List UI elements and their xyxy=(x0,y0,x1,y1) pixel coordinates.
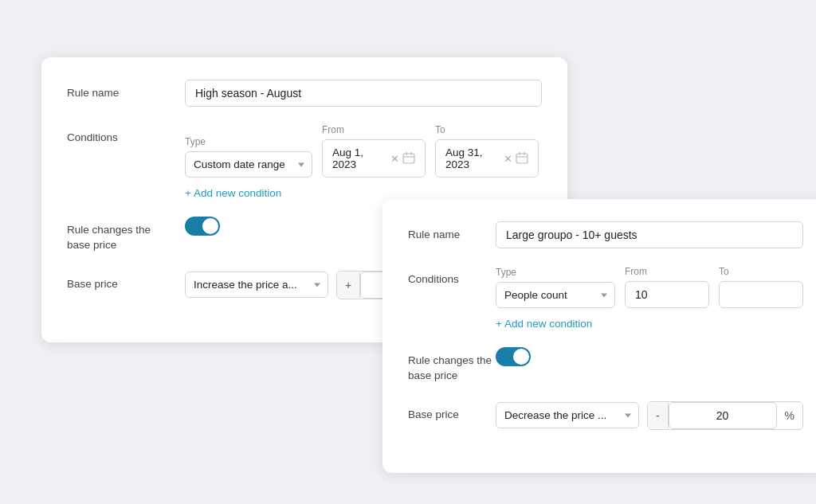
rule-changes-label-2: Rule changes the base price xyxy=(408,347,496,384)
to-value-input-2[interactable] xyxy=(719,281,803,308)
base-price-row-2: Base price Decrease the price ... - % xyxy=(408,401,803,430)
from-clear-icon[interactable]: ✕ xyxy=(390,153,399,165)
rule-name-input[interactable] xyxy=(185,80,542,107)
to-field-group: To Aug 31, 2023 ✕ xyxy=(435,124,539,178)
add-condition-link[interactable]: + Add new condition xyxy=(185,187,281,199)
from-label: From xyxy=(322,124,426,135)
base-price-select-wrapper-2: Decrease the price ... xyxy=(496,402,639,428)
to-label-2: To xyxy=(719,266,803,277)
from-field-group-2: From xyxy=(625,266,709,308)
conditions-inputs-2: Type People count From To xyxy=(496,266,803,308)
rule-changes-toggle-2[interactable]: ✓ xyxy=(496,347,531,366)
to-label: To xyxy=(435,124,539,135)
base-price-label-2: Base price xyxy=(408,401,496,423)
rule-name-label-2: Rule name xyxy=(408,221,496,243)
from-date-icons: ✕ xyxy=(390,151,415,166)
to-calendar-icon[interactable] xyxy=(516,151,528,166)
to-date-value: Aug 31, 2023 xyxy=(445,147,499,170)
type-select-wrapper-2: People count xyxy=(496,282,615,308)
base-price-content-2: Decrease the price ... - % xyxy=(496,401,803,430)
type-label-2: Type xyxy=(496,267,615,278)
base-price-select-wrapper: Increase the price a... xyxy=(185,272,328,298)
conditions-label-2: Conditions xyxy=(408,266,496,287)
to-field-group-2: To xyxy=(719,266,803,308)
to-date-icons: ✕ xyxy=(504,151,528,166)
rule-name-label: Rule name xyxy=(67,80,185,101)
rule-changes-toggle-wrapper-2: ✓ xyxy=(496,347,803,366)
type-label: Type xyxy=(185,136,312,147)
price-number-input-2[interactable] xyxy=(669,402,777,429)
price-sign-2: - xyxy=(648,403,669,428)
toggle-check-icon-2: ✓ xyxy=(519,352,526,362)
conditions-label: Conditions xyxy=(67,124,185,146)
from-date-value: Aug 1, 2023 xyxy=(332,147,386,170)
from-date-input[interactable]: Aug 1, 2023 ✕ xyxy=(322,139,426,178)
conditions-inputs: Type Custom date range From Aug 1, 2023 … xyxy=(185,124,542,178)
base-price-select[interactable]: Increase the price a... xyxy=(185,272,328,298)
conditions-row: Conditions Type Custom date range From xyxy=(67,124,542,199)
rule-changes-toggle[interactable]: ✓ xyxy=(185,217,220,236)
type-field-group: Type Custom date range xyxy=(185,136,312,178)
svg-rect-4 xyxy=(516,154,528,163)
rule-name-content-2 xyxy=(496,221,803,248)
type-select-2[interactable]: People count xyxy=(496,282,615,308)
rule-changes-label: Rule changes the base price xyxy=(67,217,185,253)
to-date-input[interactable]: Aug 31, 2023 ✕ xyxy=(435,139,539,178)
conditions-content-2: Type People count From To xyxy=(496,266,803,330)
toggle-check-icon: ✓ xyxy=(208,221,215,232)
conditions-content: Type Custom date range From Aug 1, 2023 … xyxy=(185,124,542,199)
rule-changes-row-2: Rule changes the base price ✓ xyxy=(408,347,803,384)
conditions-row-2: Conditions Type People count From xyxy=(408,266,803,330)
type-field-group-2: Type People count xyxy=(496,267,615,308)
rule-card-2: Rule name Conditions Type People count xyxy=(382,199,816,473)
from-value-input-2[interactable] xyxy=(625,281,709,308)
base-price-label: Base price xyxy=(67,271,185,292)
rule-changes-content-2: ✓ xyxy=(496,347,803,366)
base-price-select-2[interactable]: Decrease the price ... xyxy=(496,402,639,428)
rule-name-row: Rule name xyxy=(67,80,542,107)
svg-rect-0 xyxy=(403,154,414,163)
rule-name-content xyxy=(185,80,542,107)
from-calendar-icon[interactable] xyxy=(402,151,415,166)
type-select-wrapper: Custom date range xyxy=(185,151,312,178)
base-price-inputs-2: Decrease the price ... - % xyxy=(496,401,803,430)
price-value-box-2: - % xyxy=(647,401,803,430)
price-percent-2: % xyxy=(777,403,802,428)
rule-name-row-2: Rule name xyxy=(408,221,803,248)
price-sign: + xyxy=(337,272,360,298)
from-field-group: From Aug 1, 2023 ✕ xyxy=(322,124,426,178)
type-select[interactable]: Custom date range xyxy=(185,151,312,178)
rule-name-input-2[interactable] xyxy=(496,221,803,248)
from-label-2: From xyxy=(625,266,709,277)
add-condition-link-2[interactable]: + Add new condition xyxy=(496,318,592,330)
to-clear-icon[interactable]: ✕ xyxy=(504,153,512,165)
